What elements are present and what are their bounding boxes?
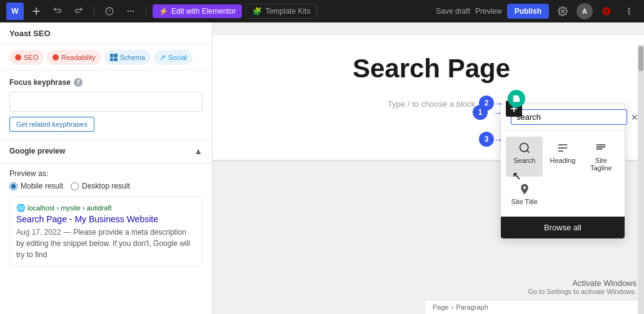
template-kits-btn[interactable]: 🧩 Template Kits: [246, 4, 317, 19]
focus-keyphrase-input[interactable]: [9, 92, 203, 112]
tab-social[interactable]: ↗ Social: [154, 50, 193, 65]
settings-icon-btn[interactable]: [554, 2, 571, 20]
top-toolbar: W ⚡ Edit with Elementor 🧩 Template Kits …: [0, 0, 644, 22]
svg-point-8: [561, 10, 564, 12]
inserter-item-search[interactable]: Search: [506, 137, 543, 177]
edit-elementor-btn[interactable]: ⚡ Edit with Elementor: [153, 4, 242, 18]
svg-point-6: [130, 11, 131, 12]
focus-keyphrase-label: Focus keyphrase ?: [9, 78, 203, 87]
svg-line-15: [527, 150, 530, 153]
yoast-panel: Yoast SEO SEO Readability Schema ↗ Socia…: [0, 22, 213, 314]
collapse-preview-btn[interactable]: ▲: [194, 146, 203, 156]
info-btn[interactable]: [101, 2, 118, 20]
site-tagline-icon: [595, 142, 607, 154]
tab-seo[interactable]: SEO: [9, 50, 44, 65]
yoast-tabs: SEO Readability Schema ↗ Social: [0, 45, 212, 71]
page-title-area: Search Page: [213, 35, 644, 90]
svg-point-14: [520, 144, 528, 152]
seo-dot: [15, 54, 21, 61]
search-block-icon: [518, 142, 531, 154]
google-preview-header: Google preview ▲: [0, 140, 212, 163]
breadcrumb-page: Page: [433, 303, 449, 311]
placeholder-text: Type / to choose a block: [388, 99, 475, 109]
step1-indicator: 1: [473, 105, 488, 120]
toolbar-separator-2: [146, 5, 146, 17]
step3-arrow: →: [493, 134, 503, 145]
inserter-search-input[interactable]: [511, 109, 627, 125]
preview-btn[interactable]: Preview: [475, 7, 502, 16]
schema-icon: [110, 54, 118, 61]
redo-btn[interactable]: [70, 2, 88, 20]
preview-options: Mobile result Desktop result: [9, 182, 203, 190]
save-draft-btn[interactable]: Save draft: [436, 7, 470, 16]
tab-seo-label: SEO: [24, 54, 38, 61]
google-snippet: 🌐 localhost › mysite › autidraft Search …: [9, 197, 203, 267]
yoast-icon-btn[interactable]: [598, 2, 615, 20]
wp-logo[interactable]: W: [6, 2, 24, 20]
step2-arrow: →: [493, 98, 503, 109]
overflow-menu-btn[interactable]: [620, 2, 638, 20]
main-area: Yoast SEO SEO Readability Schema ↗ Socia…: [0, 22, 644, 314]
svg-point-10: [628, 11, 630, 12]
activate-windows-title: Activate Windows: [528, 278, 636, 288]
cursor-icon: ↖: [512, 169, 521, 183]
inserter-item-site-tagline[interactable]: Site Tagline: [583, 137, 620, 177]
svg-point-5: [128, 11, 129, 12]
snippet-title[interactable]: Search Page - My Business Website: [16, 214, 196, 224]
edit-elementor-label: Edit with Elementor: [171, 7, 236, 16]
globe-icon: 🌐: [16, 204, 26, 212]
google-preview-title: Google preview: [9, 147, 65, 155]
browse-all-btn[interactable]: Browse all: [501, 217, 625, 238]
breadcrumb-separator: ›: [451, 303, 454, 311]
readability-dot: [53, 54, 59, 61]
add-block-toolbar-btn[interactable]: [28, 2, 45, 20]
tab-schema[interactable]: Schema: [104, 50, 151, 65]
svg-text:W: W: [11, 7, 19, 16]
yoast-header: Yoast SEO: [0, 22, 212, 45]
tab-readability[interactable]: Readability: [47, 50, 101, 65]
heading-block-icon: [556, 142, 569, 154]
desktop-result-option[interactable]: Desktop result: [71, 182, 130, 190]
svg-point-11: [628, 13, 630, 14]
tab-readability-label: Readability: [61, 54, 95, 61]
step3-indicator: 3: [479, 132, 494, 147]
preview-as-section: Preview as: Mobile result Desktop result: [0, 163, 212, 197]
activate-windows-subtitle: Go to Settings to activate Windows.: [528, 288, 636, 295]
snippet-breadcrumb: 🌐 localhost › mysite › autidraft: [16, 204, 196, 212]
inserter-item-site-title[interactable]: Site Title: [506, 178, 543, 210]
breadcrumb-block: Paragraph: [456, 303, 488, 311]
help-icon[interactable]: ?: [74, 78, 83, 87]
tab-schema-label: Schema: [120, 54, 145, 61]
site-title-icon: [518, 183, 531, 195]
template-kits-label: Template Kits: [265, 7, 310, 16]
breadcrumb-bar: Page › Paragraph: [425, 300, 644, 314]
toolbar-left: W ⚡ Edit with Elementor 🧩 Template Kits: [6, 2, 317, 20]
toolbar-separator: [94, 5, 94, 17]
canvas-area[interactable]: Search Page Type / to choose a block 1 →…: [213, 22, 644, 314]
snippet-date-desc: Aug 17, 2022 — Please provide a meta des…: [16, 226, 196, 260]
social-icon: ↗: [159, 53, 166, 62]
google-preview-section: Google preview ▲ Preview as: Mobile resu…: [0, 140, 212, 267]
green-circle-indicator: [508, 90, 525, 107]
templatekits-icon: 🧩: [253, 7, 262, 16]
focus-keyphrase-section: Focus keyphrase ? Get related keyphrases: [0, 71, 212, 140]
svg-point-7: [133, 11, 134, 12]
svg-point-9: [628, 8, 630, 9]
publish-btn[interactable]: Publish: [507, 4, 549, 19]
elementor-icon: ⚡: [159, 7, 168, 16]
more-btn[interactable]: [122, 2, 139, 20]
page-title: Search Page: [238, 54, 625, 84]
right-scrollbar[interactable]: [638, 45, 644, 314]
preview-as-label: Preview as:: [9, 169, 48, 178]
clear-search-btn[interactable]: ✕: [631, 112, 638, 122]
tab-social-label: Social: [168, 54, 187, 61]
inserter-item-heading[interactable]: Heading: [544, 137, 581, 177]
toolbar-right: Save draft Preview Publish A: [436, 2, 638, 20]
undo-btn[interactable]: [49, 2, 66, 20]
scrollbar-thumb: [638, 46, 643, 71]
get-related-keyphrases-btn[interactable]: Get related keyphrases: [9, 117, 94, 132]
activate-windows: Activate Windows Go to Settings to activ…: [528, 278, 636, 295]
mobile-result-option[interactable]: Mobile result: [9, 182, 63, 190]
user-avatar-btn[interactable]: A: [576, 3, 593, 19]
